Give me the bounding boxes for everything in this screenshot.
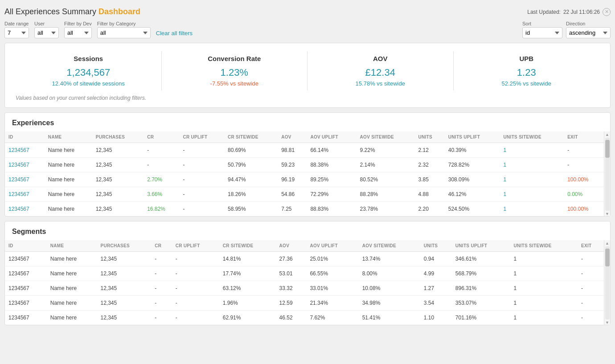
last-updated: Last Updated: 22 Jul 11:06:26 ✕ [527,8,611,16]
cell-3-10: 353.07% [452,296,510,311]
cell-3-7: 72.29% [307,187,356,202]
segments-table-wrapper: IDNAMEPURCHASESCRCR UPLIFTCR SITEWIDEAOV… [5,240,610,325]
cell-4-11[interactable]: 1 [500,202,564,217]
scroll-down-icon-seg[interactable]: ▼ [605,320,610,325]
cell-1-8: 2.14% [357,158,415,172]
cell-0-11[interactable]: 1 [500,143,564,158]
cell-3-1: Name here [47,296,97,311]
direction-select[interactable]: ascendingdescending [566,27,611,38]
summary-card-title-3: UPB [461,55,593,62]
cell-0-8: 9.22% [357,143,415,158]
col-header-aov-sitewide: AOV SITEWIDE [359,240,420,252]
summary-section: Sessions 1,234,567 12.40% of sitewide se… [4,43,611,108]
col-header-units-sitewide: UNITS SITEWIDE [510,240,577,252]
scroll-track [605,138,610,211]
col-header-name: NAME [45,131,92,143]
experiences-header-row: IDNAMEPURCHASESCRCR UPLIFTCR SITEWIDEAOV… [5,131,604,143]
cell-1-5: 50.79% [224,158,278,172]
segments-table: IDNAMEPURCHASESCRCR UPLIFTCR SITEWIDEAOV… [5,240,604,325]
col-header-name: NAME [47,240,97,252]
close-button[interactable]: ✕ [603,8,611,16]
clear-filters-button[interactable]: Clear all filters [156,30,193,38]
filter-by-dev-group: Filter by Dev all [64,21,92,38]
scroll-thumb [605,140,610,158]
table-row: 1234567Name here12,34516.82%-58.95%7.258… [5,202,604,217]
cell-4-6: 46.52 [276,311,307,325]
table-row: 1234567Name here12,345--17.74%53.0166.55… [5,266,604,281]
cell-1-12: - [564,158,604,172]
cell-1-11: 1 [510,266,577,281]
cell-1-11[interactable]: 1 [500,158,564,172]
summary-card-title-1: Conversion Rate [169,55,300,62]
cell-3-8: 34.98% [359,296,420,311]
cell-1-5: 17.74% [219,266,276,281]
cell-2-9: 1.27 [420,281,452,296]
cell-2-11[interactable]: 1 [500,172,564,187]
experiences-table-wrapper: IDNAMEPURCHASESCRCR UPLIFTCR SITEWIDEAOV… [5,131,610,216]
cell-2-9: 3.85 [414,172,444,187]
date-range-label: Date range [4,21,29,26]
cell-0-2: 12,345 [92,143,144,158]
cell-4-12: - [578,311,604,325]
cell-3-5: 18.26% [224,187,278,202]
cell-4-1: Name here [45,202,92,217]
cell-3-12: 0.00% [564,187,604,202]
user-group: User all [34,21,59,38]
summary-card-value-2: £12.34 [315,67,446,78]
col-header-cr-sitewide: CR SITEWIDE [219,240,276,252]
cell-3-0[interactable]: 1234567 [5,187,45,202]
experiences-scrollbar[interactable]: ▲ ▼ [604,131,610,216]
sort-select[interactable]: idnamepurchasescr [522,27,562,38]
experiences-table-container: IDNAMEPURCHASESCRCR UPLIFTCR SITEWIDEAOV… [5,131,610,216]
cell-4-2: 12,345 [97,311,151,325]
scroll-up-icon[interactable]: ▲ [605,132,610,137]
date-range-group: Date range 71430 [4,21,29,38]
cell-3-3: 3.66% [144,187,179,202]
cell-1-0[interactable]: 1234567 [5,158,45,172]
cell-4-7: 88.83% [307,202,356,217]
cell-0-5: 14.81% [219,252,276,266]
cell-2-10: 308.09% [445,172,500,187]
cell-2-7: 33.01% [306,281,358,296]
summary-card-sub-0: 12.40% of sitewide sessions [23,80,154,87]
col-header-exit: EXIT [578,240,604,252]
col-header-id: ID [5,131,45,143]
date-range-select[interactable]: 71430 [4,27,29,38]
cell-1-0: 1234567 [5,266,47,281]
cell-1-4: - [179,158,224,172]
cell-1-1: Name here [47,266,97,281]
cell-1-7: 66.55% [306,266,358,281]
table-row: 1234567Name here12,345--63.12%33.3233.01… [5,281,604,296]
filter-by-category-select[interactable]: all [97,27,151,38]
cell-2-0[interactable]: 1234567 [5,172,45,187]
summary-card-3: UPB 1.23 52.25% vs sitewide [454,51,600,90]
cell-2-8: 10.08% [359,281,420,296]
cell-2-12: - [578,281,604,296]
summary-card-sub-2: 15.78% vs sitewide [315,80,446,87]
cell-2-12: 100.00% [564,172,604,187]
table-row: 1234567Name here12,3453.66%-18.26%54.867… [5,187,604,202]
cell-1-9: 2.32 [414,158,444,172]
col-header-units-uplift: UNITS UPLIFT [445,131,500,143]
segments-scrollbar[interactable]: ▲ ▼ [604,240,610,325]
scroll-up-icon-seg[interactable]: ▲ [605,241,610,245]
cell-0-0: 1234567 [5,252,47,266]
cell-0-0[interactable]: 1234567 [5,143,45,158]
cell-3-7: 21.34% [306,296,358,311]
col-header-cr-sitewide: CR SITEWIDE [224,131,278,143]
scroll-down-icon[interactable]: ▼ [605,212,610,216]
scroll-thumb-seg [605,249,610,266]
sort-section: Sort idnamepurchasescr Direction ascendi… [522,21,611,38]
cell-2-2: 12,345 [97,281,151,296]
cell-0-12: - [564,143,604,158]
filter-by-dev-select[interactable]: all [64,27,92,38]
cell-4-8: 23.78% [357,202,415,217]
col-header-cr: CR [144,131,179,143]
cell-2-1: Name here [45,172,92,187]
cell-4-3: - [151,311,172,325]
cell-1-1: Name here [45,158,92,172]
cell-4-10: 701.16% [452,311,510,325]
cell-4-0[interactable]: 1234567 [5,202,45,217]
user-select[interactable]: all [34,27,59,38]
cell-3-11[interactable]: 1 [500,187,564,202]
